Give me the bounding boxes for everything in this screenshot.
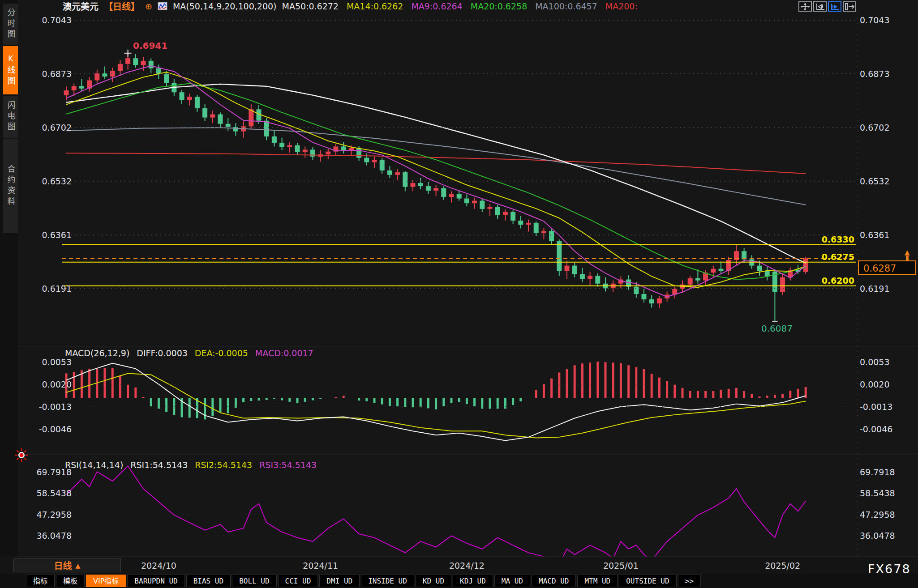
price-axis-label-left: 0.6532 — [25, 176, 72, 186]
ma-values: MA50:0.6272MA14:0.6262MA9:0.6264MA20:0.6… — [282, 1, 637, 11]
sidebar-tab-4[interactable]: 合约资料 — [3, 139, 18, 233]
mini-chart-icon[interactable] — [158, 2, 167, 10]
pan-right-tool-icon[interactable] — [843, 1, 856, 12]
ma-value-3: MA9:0.6264 — [411, 1, 462, 11]
rsi-axis-label-right: 58.5438 — [860, 488, 895, 498]
price-axis-label-right: 0.6361 — [860, 230, 889, 240]
price-marker-icon: ▲▮ — [905, 250, 910, 260]
rsi3-value: RSI3:54.5143 — [259, 460, 317, 470]
toolbar-item-1[interactable]: 指标 — [26, 575, 55, 587]
macd-axis-label-right: -0.0013 — [860, 402, 892, 412]
rsi-title: RSI(14,14,14) — [65, 460, 123, 470]
macd-axis-label-left: 0.0053 — [25, 357, 72, 367]
date-label: 2025/01 — [603, 561, 639, 571]
crosshair-tool-icon[interactable] — [798, 1, 812, 12]
price-axis-label-right: 0.6532 — [860, 176, 889, 186]
toolbar-item-4[interactable]: BARUPDN_UD — [127, 575, 184, 587]
price-axis-label-left: 0.6873 — [25, 69, 72, 79]
rsi-axis-label-right: 36.0478 — [860, 531, 895, 541]
ma-value-2: MA14:0.6262 — [347, 1, 403, 11]
date-label: 2024/12 — [449, 561, 485, 571]
toolbar-item-16[interactable]: >> — [678, 575, 701, 587]
low-annotation: 0.6087 — [761, 323, 793, 334]
level-label: 0.6330 — [788, 234, 854, 244]
macd-axis-label-right: 0.0053 — [860, 357, 889, 367]
toolbar-item-15[interactable]: OUTSIDE_UD — [619, 575, 676, 587]
axis-play-tool-icon[interactable] — [828, 1, 841, 12]
triangle-up-icon: ▲ — [76, 562, 81, 569]
ma-value-4: MA20:0.6258 — [471, 1, 527, 11]
macd-title: MACD(26,12,9) — [65, 348, 129, 358]
toolbar-item-8[interactable]: DMI_UD — [319, 575, 360, 587]
macd-axis-label-left: 0.0020 — [25, 379, 72, 389]
level-label: 0.6275 — [788, 252, 854, 262]
price-axis-label-left: 0.6191 — [25, 284, 72, 294]
price-axis-label-left: 0.6361 — [25, 230, 72, 240]
macd-axis-label-right: 0.0020 — [860, 379, 889, 389]
toolbar-item-6[interactable]: BOLL_UD — [232, 575, 276, 587]
axis-left-tool-icon[interactable] — [813, 1, 827, 12]
price-axis-label-right: 0.6191 — [860, 284, 889, 294]
rsi-header: RSI(14,14,14) RSI1:54.5143 RSI2:54.5143 … — [65, 460, 317, 470]
macd-diff-value: DIFF:0.0003 — [137, 348, 188, 358]
period-label: 日线 — [54, 559, 72, 572]
toolbar-item-12[interactable]: MA_UD — [494, 575, 530, 587]
ma-value-6: MA200: — [605, 1, 638, 11]
level-label: 0.6200 — [788, 276, 854, 285]
price-axis-label-left: 0.6702 — [25, 123, 72, 132]
rsi-axis-label-left: 47.2958 — [25, 510, 72, 520]
rsi-axis-label-right: 47.2958 — [860, 510, 895, 520]
macd-header: MACD(26,12,9) DIFF:0.0003 DEA:-0.0005 MA… — [65, 348, 313, 358]
chart-canvas[interactable] — [0, 0, 918, 588]
price-axis-label-right: 0.6702 — [860, 123, 889, 132]
rsi2-value: RSI2:54.5143 — [195, 460, 252, 470]
sidebar-tab-1[interactable]: 分时图 — [3, 4, 18, 45]
fx678-chart-app: 分时图K线图闪电图合约资料 澳元美元 【日线】 ⊕ MA(50,14,9,20,… — [0, 0, 918, 588]
period-tag[interactable]: 【日线】 — [104, 0, 140, 13]
toolbar-item-7[interactable]: CCI_UD — [278, 575, 318, 587]
toolbar-item-10[interactable]: KD_UD — [416, 575, 451, 587]
rsi-axis-label-right: 69.7918 — [860, 467, 895, 477]
rsi-axis-label-left: 36.0478 — [25, 531, 72, 541]
toolbar-item-5[interactable]: BIAS_UD — [186, 575, 231, 587]
price-axis-label-right: 0.7043 — [860, 15, 889, 25]
sidebar-tab-2[interactable]: K线图 — [3, 46, 18, 94]
toolbar-item-13[interactable]: MACD_UD — [532, 575, 576, 587]
ma-value-5: MA100:0.6457 — [535, 1, 597, 11]
high-annotation: 0.6941 — [133, 40, 167, 51]
toolbar-item-11[interactable]: KDJ_UD — [453, 575, 493, 587]
rsi1-value: RSI1:54.5143 — [130, 460, 188, 470]
date-axis: 日线 ▲ 2024/102024/112024/122025/012025/02 — [0, 557, 918, 574]
date-label: 2024/11 — [303, 561, 338, 571]
macd-axis-label-left: -0.0046 — [25, 424, 72, 434]
price-axis-label-left: 0.7043 — [25, 15, 72, 25]
macd-axis-label-left: -0.0013 — [25, 402, 72, 412]
price-axis-label-right: 0.6873 — [860, 69, 889, 79]
ma-settings-label: MA(50,14,9,20,100,200) — [173, 1, 277, 11]
date-label: 2024/10 — [141, 561, 176, 571]
toolbar-item-2[interactable]: 模板 — [56, 575, 85, 587]
toolbar-item-14[interactable]: MTM_UD — [577, 575, 618, 587]
date-label: 2025/02 — [765, 561, 800, 571]
period-selector[interactable]: 日线 ▲ — [13, 558, 121, 572]
sidebar-tab-3[interactable]: 闪电图 — [3, 96, 18, 138]
toolbar-item-9[interactable]: INSIDE_UD — [361, 575, 414, 587]
circle-plus-icon[interactable]: ⊕ — [145, 1, 152, 11]
watermark: FX678 — [868, 562, 911, 576]
macd-dea-value: DEA:-0.0005 — [195, 348, 248, 358]
symbol-title: 澳元美元 — [63, 0, 99, 13]
macd-macd-value: MACD:0.0017 — [255, 348, 313, 358]
toolbar-item-3[interactable]: VIP指标 — [86, 575, 126, 587]
live-indicator-icon — [15, 448, 28, 462]
sidebar: 分时图K线图闪电图合约资料 — [0, 0, 18, 557]
indicator-toolbar: 指标模板VIP指标BARUPDN_UDBIAS_UDBOLL_UDCCI_UDD… — [0, 574, 918, 588]
rsi-axis-label-left: 58.5438 — [25, 488, 72, 498]
macd-axis-label-right: -0.0046 — [860, 424, 892, 434]
current-price-box: 0.6287 — [858, 260, 916, 275]
ma-value-1: MA50:0.6272 — [282, 1, 338, 11]
chart-header: 澳元美元 【日线】 ⊕ MA(50,14,9,20,100,200) MA50:… — [63, 0, 638, 12]
